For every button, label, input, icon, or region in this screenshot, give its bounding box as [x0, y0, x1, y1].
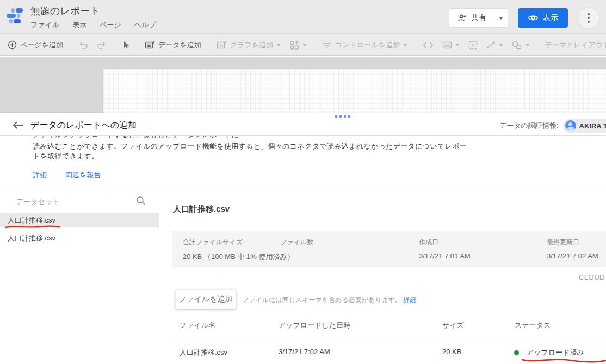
chevron-down-icon — [455, 44, 460, 46]
data-studio-logo-icon[interactable] — [7, 8, 23, 26]
code-icon — [423, 41, 434, 49]
dataset-item[interactable]: 人口計推移.csv — [0, 231, 159, 245]
stat-label: 作成日 — [419, 238, 471, 247]
status-badge: アップロード済み — [527, 348, 584, 357]
column-header-size: サイズ — [442, 320, 464, 330]
schema-details-link[interactable]: 詳細 — [403, 296, 416, 304]
editor-background — [0, 57, 606, 113]
panel-title: データのレポートへの追加 — [30, 120, 137, 131]
circle-plus-icon — [8, 40, 17, 50]
share-button[interactable]: 共有 — [449, 9, 494, 27]
share-dropdown-button[interactable] — [494, 9, 508, 27]
theme-layout-button[interactable]: テーマとレイアウト — [541, 36, 606, 54]
chart-icon — [217, 40, 227, 50]
dataset-search-input[interactable]: データセット — [0, 190, 159, 213]
search-icon[interactable] — [136, 196, 146, 208]
stat-value: 1 — [280, 252, 313, 260]
stat-value: 20 KB （100 MB 中 1% 使用済み） — [183, 252, 294, 262]
file-stats-bar: 合計ファイルサイズ 20 KB （100 MB 中 1% 使用済み） ファイル数… — [172, 231, 606, 267]
chevron-down-icon — [276, 44, 281, 46]
stat-value: 3/17/21 7:02 AM — [547, 252, 598, 260]
column-header-filename: ファイル名 — [180, 320, 215, 330]
add-control-button[interactable]: コントロールを追加 — [318, 36, 412, 54]
menu-bar: ファイル 表示 ページ ヘルプ — [30, 20, 156, 30]
kebab-icon — [588, 13, 590, 15]
more-options-button[interactable] — [578, 7, 599, 29]
add-text-button[interactable]: A — [464, 36, 482, 54]
file-name-cell: 人口計推移.csv — [180, 348, 227, 357]
undo-icon — [78, 41, 88, 50]
column-header-uploaded: アップロードした日時 — [279, 320, 350, 330]
add-image-button[interactable] — [438, 36, 464, 54]
status-dot-icon — [514, 350, 519, 355]
share-button-group: 共有 — [449, 8, 508, 28]
credentials-chip[interactable]: AKIRA T — [563, 119, 606, 133]
column-header-status: ステータス — [515, 320, 551, 330]
edit-toolbar: ページを追加 データを追加 — [0, 34, 606, 56]
chevron-down-icon — [302, 44, 307, 46]
text-box-icon: A — [468, 41, 478, 50]
view-button[interactable]: 表示 — [518, 8, 568, 28]
back-arrow-icon[interactable] — [12, 120, 24, 132]
stat-value: 3/17/21 7:01 AM — [419, 252, 471, 260]
filter-control-icon — [322, 41, 332, 49]
add-data-panel: データのレポートへの追加 データの認証情報: AKIRA T ファイルをアップロ… — [0, 113, 606, 364]
add-data-button[interactable]: データを追加 — [140, 36, 206, 54]
red-annotation-underline — [521, 356, 606, 364]
report-title[interactable]: 無題のレポート — [30, 4, 156, 17]
eye-icon — [528, 14, 539, 22]
redo-button[interactable] — [92, 36, 111, 54]
stat-label: 合計ファイルサイズ — [183, 238, 294, 247]
storage-type-label: CLOUD — [579, 273, 605, 281]
undo-button[interactable] — [74, 36, 92, 54]
credentials-label: データの認証情報: — [499, 121, 559, 131]
dataset-item[interactable]: 人口計推移.csv — [0, 213, 159, 227]
menu-help[interactable]: ヘルプ — [134, 20, 156, 30]
details-link[interactable]: 詳細 — [33, 170, 47, 180]
dataset-search-placeholder: データセット — [16, 197, 60, 207]
red-annotation-underline — [4, 225, 61, 229]
cursor-icon — [122, 41, 129, 50]
redo-icon — [97, 41, 107, 50]
person-add-icon — [457, 13, 467, 23]
add-page-button[interactable]: ページを追加 — [3, 36, 67, 54]
add-line-button[interactable] — [482, 36, 508, 54]
shape-tool-icon — [512, 41, 522, 50]
embed-url-button[interactable] — [418, 36, 438, 54]
description-line: 読み込むことができます。ファイルのアップロード機能を使用すると、個々のコネクタで… — [33, 141, 467, 151]
app-header: 無題のレポート ファイル 表示 ページ ヘルプ 共有 — [0, 0, 606, 34]
menu-file[interactable]: ファイル — [30, 20, 59, 30]
chevron-down-icon — [525, 44, 530, 46]
chevron-down-icon — [499, 17, 503, 20]
file-size-cell: 20 KB — [442, 348, 461, 356]
svg-text:A: A — [471, 42, 474, 48]
avatar — [565, 120, 576, 131]
uploaded-date-cell: 3/17/21 7:02 AM — [279, 348, 330, 356]
image-icon — [442, 41, 452, 50]
add-file-button[interactable]: ファイルを追加 — [175, 289, 236, 309]
chevron-down-icon — [499, 44, 503, 46]
stat-label: ファイル数 — [280, 238, 313, 247]
panel-drag-handle-icon[interactable] — [335, 115, 350, 118]
description-line-clipped: ファイルをアップロードすると、保存したデータをレポートに — [33, 136, 435, 139]
divider — [172, 337, 606, 337]
description-line: トを取得できます。 — [33, 151, 99, 161]
menu-view[interactable]: 表示 — [72, 20, 86, 30]
status-cell: アップロード済み — [514, 348, 584, 357]
dataset-sidebar: データセット 人口計推移.csv 人口計推移.csv — [0, 190, 159, 364]
file-title: 人口計推移.csv — [173, 204, 230, 214]
report-issue-link[interactable]: 問題を報告 — [65, 170, 101, 180]
add-data-icon — [145, 40, 155, 50]
share-label: 共有 — [471, 13, 486, 23]
stat-label: 最終更新日 — [547, 238, 598, 247]
menu-page[interactable]: ページ — [100, 20, 121, 30]
chevron-down-icon — [403, 44, 407, 46]
community-visualizations-button[interactable] — [285, 36, 311, 54]
schema-note-text: ファイルには同じスキーマを含める必要があります。 — [242, 296, 401, 304]
select-tool-button[interactable] — [118, 36, 134, 54]
file-detail-area: 人口計推移.csv 合計ファイルサイズ 20 KB （100 MB 中 1% 使… — [159, 190, 606, 364]
view-label: 表示 — [543, 13, 558, 23]
add-shape-button[interactable] — [508, 36, 534, 54]
community-viz-icon — [289, 40, 299, 50]
add-chart-button[interactable]: グラフを追加 — [212, 36, 285, 54]
